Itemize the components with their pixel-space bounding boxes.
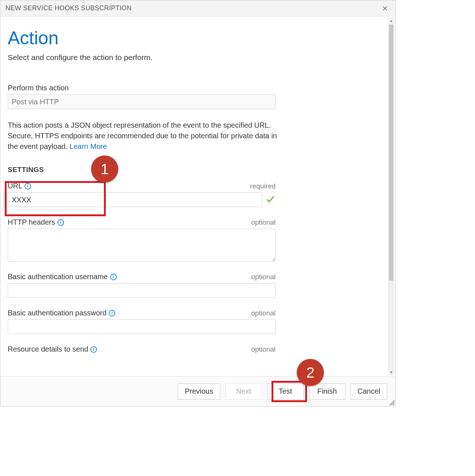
basic-user-label: Basic authentication username: [8, 273, 117, 281]
resize-grip-icon[interactable]: [387, 398, 394, 405]
scroll-down-arrow-icon[interactable]: ▼: [388, 369, 394, 375]
dialog-footer: Previous Next Test Finish Cancel 2: [0, 376, 395, 406]
info-icon[interactable]: [25, 183, 31, 190]
previous-button[interactable]: Previous: [178, 383, 220, 400]
action-select-value: Post via HTTP: [12, 98, 59, 106]
resource-details-field-group: Resource details to send optional: [8, 345, 276, 353]
http-headers-label-text: HTTP headers: [8, 218, 55, 226]
page-subtitle: Select and configure the action to perfo…: [8, 53, 381, 62]
action-description: This action posts a JSON object represen…: [8, 120, 286, 152]
http-headers-input[interactable]: [8, 229, 276, 262]
scroll-thumb[interactable]: [389, 25, 393, 281]
close-icon[interactable]: [380, 3, 390, 14]
checkmark-icon: [265, 194, 276, 206]
action-select-group: Perform this action Post via HTTP: [8, 84, 276, 109]
learn-more-link[interactable]: Learn More: [70, 142, 107, 150]
action-select-label: Perform this action: [8, 84, 69, 92]
info-icon[interactable]: [90, 346, 97, 353]
basic-user-input[interactable]: [8, 283, 276, 298]
info-icon[interactable]: [110, 274, 117, 280]
action-description-text: This action posts a JSON object represen…: [8, 121, 277, 150]
dialog-title: NEW SERVICE HOOKS SUBSCRIPTION: [5, 4, 132, 12]
info-icon[interactable]: [109, 310, 115, 316]
basic-user-field-group: Basic authentication username optional: [8, 273, 276, 298]
basic-user-label-text: Basic authentication username: [8, 273, 108, 281]
resource-details-label: Resource details to send: [8, 345, 97, 353]
dialog-body-wrap: Action Select and configure the action t…: [0, 16, 395, 376]
svg-line-4: [393, 404, 394, 405]
resource-details-hint: optional: [251, 345, 276, 353]
scrollbar[interactable]: ▲ ▼: [388, 17, 394, 375]
http-headers-hint: optional: [251, 218, 276, 226]
test-button[interactable]: Test: [267, 383, 304, 400]
url-hint: required: [250, 182, 276, 190]
scroll-up-arrow-icon[interactable]: ▲: [388, 17, 394, 24]
basic-pass-field-group: Basic authentication password optional: [8, 309, 276, 334]
settings-area: SETTINGS URL required: [8, 166, 381, 353]
basic-user-hint: optional: [251, 273, 276, 281]
basic-pass-label: Basic authentication password: [8, 309, 115, 317]
basic-pass-hint: optional: [251, 309, 276, 317]
url-label-text: URL: [8, 182, 22, 190]
http-headers-label: HTTP headers: [8, 218, 64, 226]
url-field-group: URL required: [8, 182, 276, 207]
page-title: Action: [8, 27, 381, 49]
info-icon[interactable]: [57, 219, 64, 226]
url-input[interactable]: [8, 192, 262, 207]
dialog-body: Action Select and configure the action t…: [0, 16, 388, 376]
next-button: Next: [225, 383, 262, 400]
url-label: URL: [8, 182, 31, 190]
dialog: NEW SERVICE HOOKS SUBSCRIPTION Action Se…: [0, 0, 396, 406]
settings-heading: SETTINGS: [8, 166, 381, 174]
cancel-button[interactable]: Cancel: [351, 383, 387, 400]
dialog-header: NEW SERVICE HOOKS SUBSCRIPTION: [0, 0, 395, 16]
action-select[interactable]: Post via HTTP: [8, 94, 276, 109]
resource-details-label-text: Resource details to send: [8, 345, 88, 353]
basic-pass-label-text: Basic authentication password: [8, 309, 106, 317]
basic-pass-input[interactable]: [8, 319, 276, 334]
http-headers-field-group: HTTP headers optional: [8, 218, 276, 262]
finish-button[interactable]: Finish: [309, 383, 345, 400]
